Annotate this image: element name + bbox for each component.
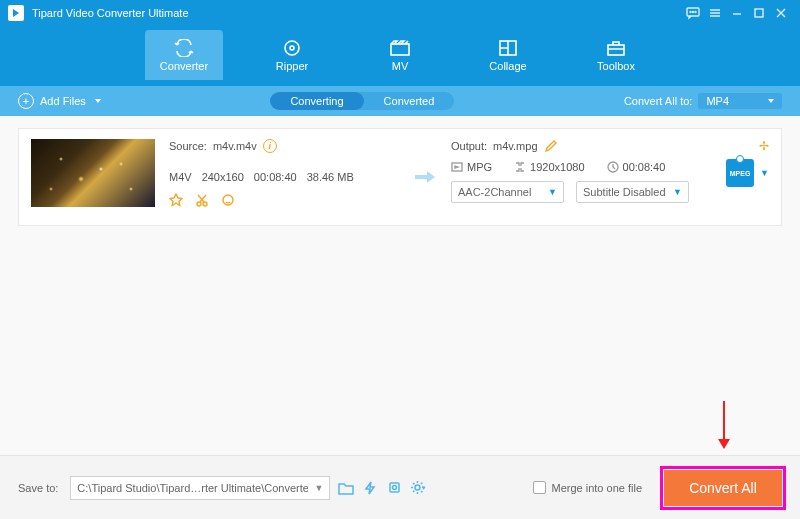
save-to-label: Save to:	[18, 482, 58, 494]
convert-to-format[interactable]: MP4	[698, 93, 782, 109]
menu-icon[interactable]	[704, 2, 726, 24]
output-ext: MPG	[467, 161, 492, 173]
save-path-input[interactable]: C:\Tipard Studio\Tipard…rter Ultimate\Co…	[70, 476, 330, 500]
info-icon[interactable]: i	[263, 139, 277, 153]
nav-label: Toolbox	[597, 60, 635, 72]
converter-icon	[173, 39, 195, 57]
caret-down-icon: ▼	[760, 168, 769, 178]
subtitle-value: Subtitle Disabled	[583, 186, 666, 198]
svg-point-17	[415, 485, 420, 490]
output-label: Output:	[451, 140, 487, 152]
convert-all-button[interactable]: Convert All	[664, 470, 782, 506]
source-size: 38.46 MB	[307, 171, 354, 183]
media-item: Source: m4v.m4v i M4V 240x160 00:08:40 3…	[18, 128, 782, 226]
svg-point-3	[695, 12, 696, 13]
edit-icon[interactable]	[544, 139, 558, 153]
cut-icon[interactable]	[195, 193, 209, 207]
source-file: m4v.m4v	[213, 140, 257, 152]
nav-converter[interactable]: Converter	[145, 30, 223, 80]
svg-point-16	[392, 486, 396, 490]
gpu-icon[interactable]	[386, 480, 402, 496]
mv-icon	[389, 39, 411, 57]
video-thumbnail[interactable]	[31, 139, 155, 207]
maximize-icon[interactable]	[748, 2, 770, 24]
plus-icon: +	[18, 93, 34, 109]
svg-point-11	[203, 202, 207, 206]
nav-label: Ripper	[276, 60, 308, 72]
arrow-icon	[413, 139, 437, 215]
toolbox-icon	[605, 39, 627, 57]
svg-point-10	[197, 202, 201, 206]
svg-point-1	[690, 12, 691, 13]
nav-label: Converter	[160, 60, 208, 72]
svg-point-6	[290, 46, 294, 50]
source-duration: 00:08:40	[254, 171, 297, 183]
output-file: m4v.mpg	[493, 140, 537, 152]
collage-icon	[497, 39, 519, 57]
save-path-value: C:\Tipard Studio\Tipard…rter Ultimate\Co…	[77, 482, 308, 494]
minimize-icon[interactable]	[726, 2, 748, 24]
format-badge: MPEG	[726, 159, 754, 187]
app-logo	[8, 5, 24, 21]
output-res: 1920x1080	[530, 161, 584, 173]
add-files-label: Add Files	[40, 95, 86, 107]
settings-icon[interactable]: ▾	[410, 480, 426, 496]
caret-down-icon[interactable]: ▼	[314, 483, 323, 493]
app-title: Tipard Video Converter Ultimate	[32, 7, 189, 19]
folder-icon[interactable]	[338, 480, 354, 496]
nav-label: Collage	[489, 60, 526, 72]
nav-label: MV	[392, 60, 409, 72]
nav-ripper[interactable]: Ripper	[253, 30, 331, 80]
source-res: 240x160	[202, 171, 244, 183]
svg-rect-4	[755, 9, 763, 17]
audio-select[interactable]: AAC-2Channel▼	[451, 181, 564, 203]
nav-mv[interactable]: MV	[361, 30, 439, 80]
svg-rect-7	[391, 44, 409, 55]
svg-rect-9	[608, 45, 624, 55]
convert-to-label: Convert All to:	[624, 95, 692, 107]
merge-label: Merge into one file	[552, 482, 643, 494]
caret-down-icon	[768, 99, 774, 103]
boost-icon[interactable]	[362, 480, 378, 496]
enhance-icon[interactable]	[221, 193, 235, 207]
svg-rect-15	[390, 483, 399, 492]
close-icon[interactable]	[770, 2, 792, 24]
svg-point-2	[693, 12, 694, 13]
add-files-button[interactable]: + Add Files	[18, 93, 101, 109]
output-duration: 00:08:40	[623, 161, 666, 173]
subtitle-select[interactable]: Subtitle Disabled▼	[576, 181, 689, 203]
caret-down-icon	[95, 99, 101, 103]
ripper-icon	[281, 39, 303, 57]
nav-collage[interactable]: Collage	[469, 30, 547, 80]
merge-checkbox[interactable]	[533, 481, 546, 494]
source-label: Source:	[169, 140, 207, 152]
svg-point-5	[285, 41, 299, 55]
audio-value: AAC-2Channel	[458, 186, 531, 198]
move-icon[interactable]: ✢	[759, 139, 769, 153]
annotation-arrow	[723, 401, 725, 441]
tab-converted[interactable]: Converted	[364, 92, 455, 110]
nav-toolbox[interactable]: Toolbox	[577, 30, 655, 80]
source-ext: M4V	[169, 171, 192, 183]
star-icon[interactable]	[169, 193, 183, 207]
output-format-button[interactable]: MPEG ▼	[726, 159, 769, 187]
format-value: MP4	[706, 95, 729, 107]
feedback-icon[interactable]	[682, 2, 704, 24]
tab-converting[interactable]: Converting	[270, 92, 363, 110]
